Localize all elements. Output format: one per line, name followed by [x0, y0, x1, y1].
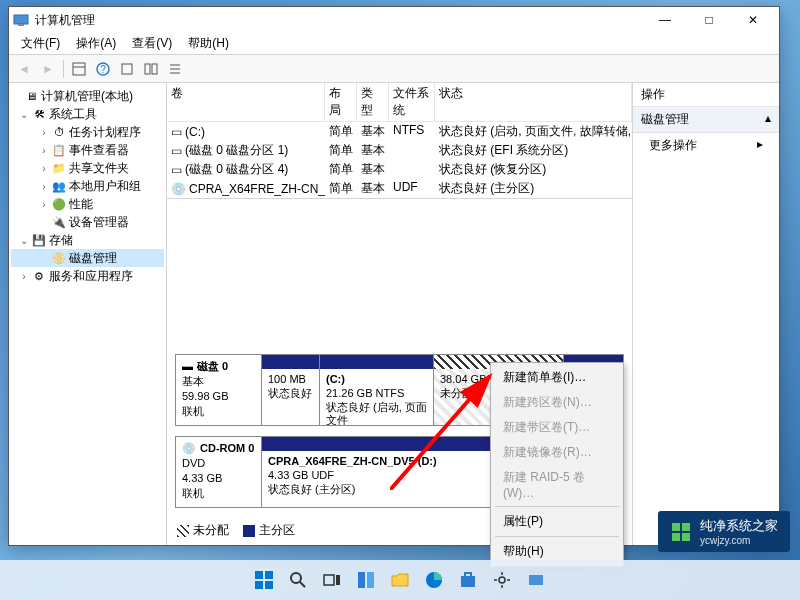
nav-tree[interactable]: 🖥计算机管理(本地) ⌄🛠系统工具 ›⏱任务计划程序 ›📋事件查看器 ›📁共享文… — [9, 83, 167, 545]
svg-rect-13 — [672, 523, 680, 531]
taskbar[interactable] — [0, 560, 800, 600]
partition-c[interactable]: (C:)21.26 GB NTFS状态良好 (启动, 页面文件 — [320, 355, 434, 425]
svg-rect-24 — [336, 575, 340, 585]
svg-rect-20 — [265, 581, 273, 589]
drive-icon: ▭ — [171, 125, 182, 139]
svg-rect-17 — [255, 571, 263, 579]
svg-rect-14 — [682, 523, 690, 531]
minimize-button[interactable]: — — [643, 7, 687, 33]
svg-rect-16 — [682, 533, 690, 541]
disk-info[interactable]: 💿CD-ROM 0 DVD 4.33 GB 联机 — [176, 437, 262, 507]
back-button[interactable]: ◄ — [13, 58, 35, 80]
actions-more[interactable]: 更多操作 ▸ — [633, 133, 779, 158]
tree-group-system[interactable]: ⌄🛠系统工具 — [11, 105, 164, 123]
fwd-button[interactable]: ► — [37, 58, 59, 80]
sep — [495, 506, 619, 507]
col-volume[interactable]: 卷 — [167, 83, 325, 121]
ctx-new-mirrored: 新建镜像卷(R)… — [491, 440, 623, 465]
svg-point-21 — [291, 573, 301, 583]
svg-rect-25 — [358, 572, 365, 588]
tree-item-diskmgmt[interactable]: 📀磁盘管理 — [11, 249, 164, 267]
edge-icon[interactable] — [421, 567, 447, 593]
actions-section[interactable]: 磁盘管理▴ — [633, 107, 779, 133]
menu-action[interactable]: 操作(A) — [68, 35, 124, 52]
tree-item[interactable]: ›📁共享文件夹 — [11, 159, 164, 177]
window-title: 计算机管理 — [35, 12, 643, 29]
col-status[interactable]: 状态 — [435, 83, 632, 121]
maximize-button[interactable]: □ — [687, 7, 731, 33]
event-icon: 📋 — [52, 143, 66, 157]
col-type[interactable]: 类型 — [357, 83, 389, 121]
col-fs[interactable]: 文件系统 — [389, 83, 435, 121]
app-icon[interactable] — [523, 567, 549, 593]
close-button[interactable]: ✕ — [731, 7, 775, 33]
tree-root[interactable]: 🖥计算机管理(本地) — [11, 87, 164, 105]
watermark: 纯净系统之家 ycwjzy.com — [658, 511, 790, 552]
col-layout[interactable]: 布局 — [325, 83, 357, 121]
ctx-new-spanned: 新建跨区卷(N)… — [491, 390, 623, 415]
tree-item[interactable]: ›📋事件查看器 — [11, 141, 164, 159]
settings-icon[interactable] — [489, 567, 515, 593]
svg-text:?: ? — [100, 64, 106, 75]
app-icon — [13, 12, 29, 28]
svg-rect-26 — [367, 572, 374, 588]
users-icon: 👥 — [52, 179, 66, 193]
tree-group-services[interactable]: ›⚙服务和应用程序 — [11, 267, 164, 285]
disk-info[interactable]: ▬磁盘 0 基本 59.98 GB 联机 — [176, 355, 262, 425]
tree-item[interactable]: ›🟢性能 — [11, 195, 164, 213]
toolbar-btn[interactable] — [116, 58, 138, 80]
toolbar-btn[interactable] — [164, 58, 186, 80]
partition[interactable]: 100 MB状态良好 — [262, 355, 320, 425]
task-icon: ⏱ — [52, 125, 66, 139]
taskview-icon[interactable] — [319, 567, 345, 593]
legend-unallocated: 未分配 — [177, 522, 229, 539]
start-button[interactable] — [251, 567, 277, 593]
context-menu: 新建简单卷(I)… 新建跨区卷(N)… 新建带区卷(T)… 新建镜像卷(R)… … — [490, 362, 624, 567]
sep — [63, 60, 64, 78]
menu-file[interactable]: 文件(F) — [13, 35, 68, 52]
disc-icon: 💿 — [182, 441, 196, 456]
store-icon[interactable] — [455, 567, 481, 593]
volume-row[interactable]: ▭(磁盘 0 磁盘分区 1)简单基本状态良好 (EFI 系统分区) — [167, 141, 632, 160]
perf-icon: 🟢 — [52, 197, 66, 211]
svg-point-29 — [499, 577, 505, 583]
ctx-new-striped: 新建带区卷(T)… — [491, 415, 623, 440]
tree-item[interactable]: ›👥本地用户和组 — [11, 177, 164, 195]
volume-list[interactable]: 卷 布局 类型 文件系统 状态 ▭(C:)简单基本NTFS状态良好 (启动, 页… — [167, 83, 632, 199]
menubar: 文件(F) 操作(A) 查看(V) 帮助(H) — [9, 33, 779, 55]
help-button[interactable]: ? — [92, 58, 114, 80]
logo-icon — [670, 521, 692, 543]
computer-icon: 🖥 — [24, 89, 38, 103]
svg-rect-6 — [122, 64, 132, 74]
svg-rect-18 — [265, 571, 273, 579]
toolbar: ◄ ► ? — [9, 55, 779, 83]
ctx-new-simple-volume[interactable]: 新建简单卷(I)… — [491, 365, 623, 390]
actions-header: 操作 — [633, 83, 779, 107]
volume-row[interactable]: 💿CPRA_X64FRE_ZH-CN_DV5 (D:)简单基本UDF状态良好 (… — [167, 179, 632, 198]
services-icon: ⚙ — [32, 269, 46, 283]
svg-rect-34 — [529, 575, 543, 585]
svg-rect-15 — [672, 533, 680, 541]
volume-row[interactable]: ▭(C:)简单基本NTFS状态良好 (启动, 页面文件, 故障转储, 基本数据分 — [167, 122, 632, 141]
svg-rect-19 — [255, 581, 263, 589]
menu-view[interactable]: 查看(V) — [124, 35, 180, 52]
widgets-icon[interactable] — [353, 567, 379, 593]
volume-row[interactable]: ▭(磁盘 0 磁盘分区 4)简单基本状态良好 (恢复分区) — [167, 160, 632, 179]
titlebar[interactable]: 计算机管理 — □ ✕ — [9, 7, 779, 33]
menu-help[interactable]: 帮助(H) — [180, 35, 237, 52]
collapse-icon: ▴ — [765, 111, 771, 128]
actions-panel: 操作 磁盘管理▴ 更多操作 ▸ — [633, 83, 779, 545]
ctx-properties[interactable]: 属性(P) — [491, 509, 623, 534]
toolbar-btn[interactable] — [140, 58, 162, 80]
drive-icon: ▭ — [171, 144, 182, 158]
search-icon[interactable] — [285, 567, 311, 593]
tree-item[interactable]: 🔌设备管理器 — [11, 213, 164, 231]
toolbar-btn[interactable] — [68, 58, 90, 80]
ctx-new-raid5: 新建 RAID-5 卷(W)… — [491, 465, 623, 504]
tree-item[interactable]: ›⏱任务计划程序 — [11, 123, 164, 141]
tools-icon: 🛠 — [32, 107, 46, 121]
explorer-icon[interactable] — [387, 567, 413, 593]
svg-rect-23 — [324, 575, 334, 585]
drive-icon: ▭ — [171, 163, 182, 177]
tree-group-storage[interactable]: ⌄💾存储 — [11, 231, 164, 249]
